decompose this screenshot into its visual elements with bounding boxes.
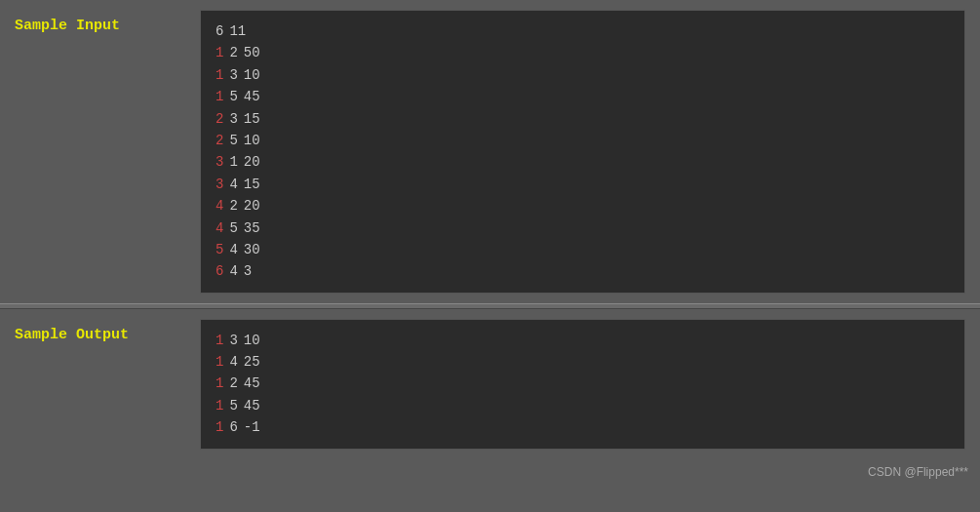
number-white: 30 (244, 239, 260, 260)
number-white: 45 (244, 373, 260, 394)
number-white: 5 (229, 130, 237, 151)
table-row: 643 (216, 260, 950, 282)
number-red: 2 (216, 108, 223, 130)
table-row: 1545 (216, 395, 950, 416)
number-white: 4 (229, 239, 237, 260)
number-white: 15 (244, 108, 260, 130)
footer-text: CSDN @Flipped*** (868, 465, 968, 479)
table-row: 2510 (216, 130, 950, 151)
table-row: 611 (216, 20, 950, 42)
input-code-box: 6111250131015452315251031203415422045355… (200, 10, 965, 294)
number-white: 20 (244, 151, 260, 173)
output-code-box: 131014251245154516-1 (200, 319, 965, 450)
number-white: -1 (244, 416, 260, 438)
table-row: 1250 (216, 42, 950, 63)
number-red: 4 (216, 195, 223, 217)
table-row: 1310 (216, 64, 950, 86)
output-label: Sample Output (15, 319, 200, 343)
number-red: 1 (216, 330, 223, 351)
number-white: 4 (229, 174, 237, 195)
number-white: 5 (229, 395, 237, 416)
number-white: 3 (229, 64, 237, 86)
number-red: 4 (216, 217, 223, 239)
number-white: 45 (244, 395, 260, 416)
number-red: 6 (216, 260, 223, 282)
number-white: 3 (229, 330, 237, 351)
number-red: 1 (216, 64, 223, 86)
number-white: 35 (244, 217, 260, 239)
number-white: 2 (229, 195, 237, 217)
number-white: 4 (229, 260, 237, 282)
number-white: 5 (229, 86, 237, 107)
number-red: 1 (216, 42, 223, 63)
table-row: 1545 (216, 86, 950, 107)
table-row: 3415 (216, 174, 950, 195)
number-white: 3 (244, 260, 252, 282)
number-red: 1 (216, 395, 223, 416)
number-white: 45 (244, 86, 260, 107)
table-row: 5430 (216, 239, 950, 260)
footer: CSDN @Flipped*** (0, 459, 980, 485)
number-white: 11 (229, 20, 246, 42)
number-red: 1 (216, 373, 223, 394)
number-red: 3 (216, 151, 223, 173)
number-white: 10 (244, 130, 260, 151)
number-red: 1 (216, 86, 223, 107)
number-white: 4 (229, 351, 237, 373)
number-red: 1 (216, 351, 223, 373)
table-row: 3120 (216, 151, 950, 173)
input-section: Sample Input 611125013101545231525103120… (0, 0, 980, 303)
number-white: 10 (244, 330, 260, 351)
number-red: 3 (216, 174, 223, 195)
number-white: 5 (229, 217, 237, 239)
number-white: 50 (244, 42, 260, 63)
number-white: 3 (229, 108, 237, 130)
number-white: 2 (229, 373, 237, 394)
number-white: 6 (216, 20, 223, 42)
number-red: 2 (216, 130, 223, 151)
input-label: Sample Input (15, 10, 200, 34)
table-row: 16-1 (216, 416, 950, 438)
number-white: 6 (229, 416, 237, 438)
number-white: 10 (244, 64, 260, 86)
number-white: 15 (244, 174, 260, 195)
number-red: 1 (216, 416, 223, 438)
table-row: 1310 (216, 330, 950, 351)
table-row: 4220 (216, 195, 950, 217)
number-red: 5 (216, 239, 223, 260)
output-section: Sample Output 131014251245154516-1 (0, 309, 980, 459)
table-row: 4535 (216, 217, 950, 239)
table-row: 2315 (216, 108, 950, 130)
number-white: 1 (229, 151, 237, 173)
number-white: 20 (244, 195, 260, 217)
number-white: 25 (244, 351, 260, 373)
table-row: 1245 (216, 373, 950, 394)
table-row: 1425 (216, 351, 950, 373)
number-white: 2 (229, 42, 237, 63)
